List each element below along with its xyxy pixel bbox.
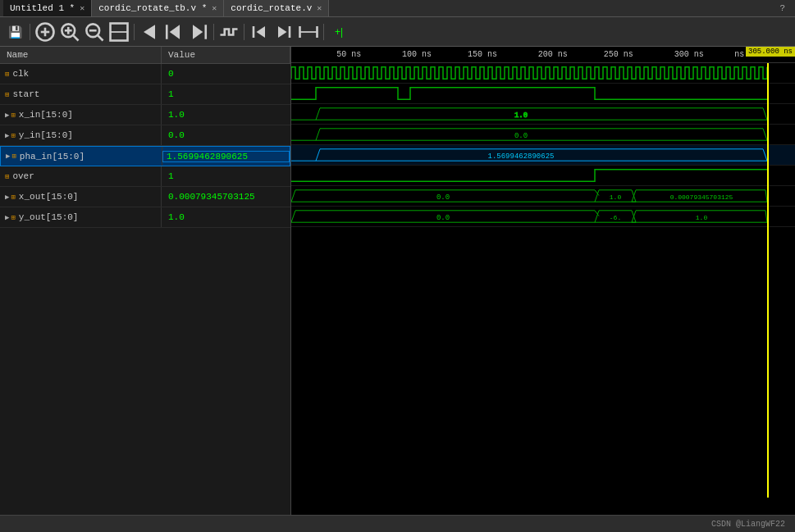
signal-row-xin[interactable]: ▶ ⊞ x_in[15:0] 1.0 <box>0 105 290 125</box>
tab-untitled-close[interactable]: ✕ <box>80 3 85 13</box>
xout-value: 0.00079345703125 <box>162 192 290 202</box>
first-button[interactable] <box>162 20 185 43</box>
time-200ns: 200 ns <box>538 50 568 59</box>
svg-text:1.5699462890625: 1.5699462890625 <box>488 152 555 161</box>
toolbar-sep-2 <box>134 24 135 40</box>
signal-row-start[interactable]: ⊞ start 1 <box>0 84 290 105</box>
signal-row-phain[interactable]: ▶ ⊞ pha_in[15:0] 1.5699462890625 <box>0 146 290 166</box>
over-icon: ⊞ <box>5 172 9 181</box>
xout-label: x_out[15:0] <box>19 192 79 202</box>
tab-cordic[interactable]: cordic_rotate.v ✕ <box>224 0 329 16</box>
svg-text:-6.: -6. <box>610 214 621 221</box>
zoom-markers-button[interactable] <box>297 20 320 43</box>
left-panel: Name Value ⊞ clk 0 ⊞ start 1 <box>0 47 291 515</box>
tab-untitled[interactable]: Untitled 1 * ✕ <box>3 0 92 16</box>
toolbar-sep-5 <box>323 24 324 40</box>
phain-label: pha_in[15:0] <box>20 152 85 161</box>
yout-value: 1.0 <box>162 212 290 222</box>
svg-text:0.00079345703125: 0.00079345703125 <box>670 193 733 201</box>
prev-button[interactable] <box>138 20 161 43</box>
phain-value: 1.5699462890625 <box>162 151 290 162</box>
svg-text:1.0: 1.0 <box>696 214 708 221</box>
timeline-header: 50 ns 100 ns 150 ns 200 ns 250 ns 300 ns… <box>291 47 795 63</box>
svg-line-25 <box>316 108 320 120</box>
signal-name-xin: ▶ ⊞ x_in[15:0] <box>0 105 162 125</box>
time-300ns: 300 ns <box>674 50 704 59</box>
xin-icon: ⊞ <box>11 111 15 120</box>
xin-value: 1.0 <box>162 110 290 120</box>
waveform-clk <box>291 63 795 84</box>
signal-row-yin[interactable]: ▶ ⊞ y_in[15:0] 0.0 <box>0 125 290 146</box>
svg-marker-13 <box>170 25 180 39</box>
waveform-xout: 0.0 1.0 0. <box>291 186 795 207</box>
signal-name-phain: ▶ ⊞ pha_in[15:0] <box>1 147 162 166</box>
cursor-line <box>767 63 769 498</box>
add-wave-button[interactable] <box>217 20 240 43</box>
signal-row-clk[interactable]: ⊞ clk 0 <box>0 64 290 84</box>
waveform-start <box>291 84 795 104</box>
marker-next-button[interactable] <box>272 20 295 43</box>
yout-expand[interactable]: ▶ <box>5 213 9 222</box>
svg-line-49 <box>595 190 599 202</box>
xin-label: x_in[15:0] <box>19 110 73 120</box>
green-marker-button[interactable]: +| <box>327 20 350 43</box>
signal-list: ⊞ clk 0 ⊞ start 1 ▶ ⊞ x_in[15:0] <box>0 64 290 515</box>
yout-label: y_out[15:0] <box>19 212 79 222</box>
tab-cordic-tb-label: cordic_rotate_tb.v * <box>98 3 207 13</box>
toolbar-sep-4 <box>244 24 244 40</box>
yin-expand[interactable]: ▶ <box>5 131 9 140</box>
svg-marker-15 <box>193 25 203 39</box>
svg-line-8 <box>98 35 103 40</box>
marker-prev-button[interactable] <box>248 20 271 43</box>
zoom-fit-button[interactable] <box>34 20 57 43</box>
status-bar: CSDN @LiangWF22 <box>0 515 795 532</box>
over-value: 1 <box>162 171 290 181</box>
signal-name-over: ⊞ over <box>0 166 162 186</box>
svg-text:0.0: 0.0 <box>436 214 450 222</box>
waveform-over <box>291 166 795 186</box>
start-label: start <box>12 89 39 99</box>
zoom-in-button[interactable] <box>58 20 81 43</box>
tab-cordic-tb[interactable]: cordic_rotate_tb.v * ✕ <box>92 0 224 16</box>
over-label: over <box>12 171 34 181</box>
signal-row-xout[interactable]: ▶ ⊞ x_out[15:0] 0.00079345703125 <box>0 187 290 207</box>
svg-line-64 <box>595 211 599 222</box>
start-value: 1 <box>162 89 290 99</box>
svg-text:0.0: 0.0 <box>514 132 528 140</box>
clk-value: 0 <box>162 69 290 79</box>
svg-line-4 <box>73 35 78 40</box>
value-column-header: Value <box>162 47 290 63</box>
svg-marker-19 <box>278 26 287 38</box>
last-button[interactable] <box>187 20 210 43</box>
phain-expand[interactable]: ▶ <box>6 152 10 161</box>
svg-text:0.0: 0.0 <box>436 193 450 202</box>
xout-icon: ⊞ <box>11 193 15 202</box>
waveform-area[interactable]: 1.0 1.0 0.0 <box>291 63 795 515</box>
tab-cordic-close[interactable]: ✕ <box>317 3 322 13</box>
signal-name-clk: ⊞ clk <box>0 64 162 84</box>
xout-expand[interactable]: ▶ <box>5 193 9 202</box>
toolbar-sep-3 <box>213 24 214 40</box>
yin-icon: ⊞ <box>11 131 15 140</box>
help-icon[interactable]: ? <box>773 3 792 13</box>
yin-label: y_in[15:0] <box>19 130 73 140</box>
waveform-panel[interactable]: 305.000 ns 50 ns 100 ns 150 ns 200 ns 25… <box>291 47 795 515</box>
waveform-yin: 0.0 <box>291 125 795 145</box>
clk-icon: ⊞ <box>5 70 9 79</box>
signal-row-yout[interactable]: ▶ ⊞ y_out[15:0] 1.0 <box>0 207 290 228</box>
save-button[interactable]: 💾 <box>3 20 26 43</box>
tab-cordic-tb-close[interactable]: ✕ <box>212 3 217 13</box>
zoom-out-button[interactable] <box>83 20 106 43</box>
xin-expand[interactable]: ▶ <box>5 111 9 120</box>
start-icon: ⊞ <box>5 90 9 99</box>
time-150ns: 150 ns <box>468 50 497 59</box>
svg-marker-12 <box>144 25 155 39</box>
time-50ns: 50 ns <box>336 50 361 59</box>
svg-text:1.0: 1.0 <box>514 111 528 120</box>
zoom-full-button[interactable] <box>107 20 130 43</box>
signal-row-over[interactable]: ⊞ over 1 <box>0 166 290 187</box>
cursor-time-label: 305.000 ns <box>746 47 795 57</box>
waveform-xin: 1.0 1.0 <box>291 104 795 125</box>
svg-line-32 <box>316 129 320 140</box>
svg-text:1.0: 1.0 <box>610 193 622 201</box>
